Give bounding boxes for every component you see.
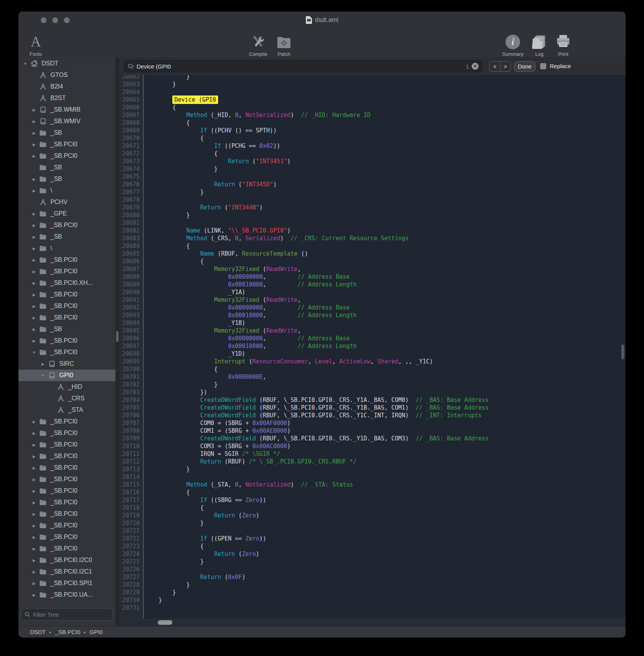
disclosure-triangle-icon[interactable]: ▼ bbox=[22, 62, 29, 66]
breadcrumb-item-dsdt[interactable]: DSDT bbox=[30, 629, 46, 635]
tree-item[interactable]: ▶_SB.PCI0 bbox=[18, 520, 115, 531]
log-button[interactable]: Log bbox=[529, 34, 549, 57]
tree-item[interactable]: ▶\ bbox=[18, 243, 115, 254]
disclosure-triangle-icon[interactable]: ▼ bbox=[39, 373, 47, 378]
tree-item[interactable]: ▶_SB.PCI0 bbox=[18, 416, 115, 427]
find-next-button[interactable]: > bbox=[501, 62, 511, 71]
tree-item[interactable]: ▶_SB.PCI0.SPI1 bbox=[18, 577, 115, 589]
disclosure-triangle-icon[interactable]: ▶ bbox=[30, 189, 38, 193]
tree-item[interactable]: ▶_SB.PCI0 bbox=[18, 335, 115, 346]
tree-item[interactable]: B2I4 bbox=[18, 81, 115, 92]
tree-item[interactable]: ▶_SB.PCI0.I2C1 bbox=[18, 566, 115, 577]
tree-item[interactable]: ▶_SB.PCI0 bbox=[18, 300, 115, 312]
find-input[interactable] bbox=[137, 63, 482, 70]
tree-item[interactable]: ▶_SB.WMIV bbox=[18, 115, 115, 127]
tree-item[interactable]: _HID bbox=[18, 381, 115, 393]
compile-button[interactable]: Compile bbox=[245, 34, 272, 57]
disclosure-triangle-icon[interactable]: ▶ bbox=[30, 327, 38, 331]
disclosure-triangle-icon[interactable]: ▼ bbox=[30, 350, 38, 355]
disclosure-triangle-icon[interactable]: ▶ bbox=[30, 131, 38, 135]
disclosure-triangle-icon[interactable]: ▶ bbox=[30, 500, 38, 505]
disclosure-triangle-icon[interactable]: ▶ bbox=[30, 119, 38, 124]
disclosure-triangle-icon[interactable]: ▶ bbox=[30, 142, 38, 147]
disclosure-triangle-icon[interactable]: ▶ bbox=[30, 304, 38, 308]
tree-item[interactable]: ▶_SB.PCI0 bbox=[18, 139, 115, 150]
fonts-button[interactable]: A Fonts bbox=[23, 34, 48, 57]
breadcrumb-item-device[interactable]: GPI0 bbox=[90, 629, 103, 635]
tree-item[interactable]: ▼GPI0 bbox=[18, 370, 115, 381]
find-field[interactable]: 1 ✕ bbox=[124, 60, 482, 72]
disclosure-triangle-icon[interactable]: ▶ bbox=[30, 535, 38, 539]
disclosure-triangle-icon[interactable]: ▶ bbox=[30, 154, 38, 158]
disclosure-triangle-icon[interactable]: ▶ bbox=[30, 281, 38, 285]
disclosure-triangle-icon[interactable]: ▶ bbox=[30, 581, 38, 586]
tree-item[interactable]: _SB bbox=[18, 162, 115, 173]
tree-item[interactable]: ▶_SB.PCI0 bbox=[18, 450, 115, 462]
clear-search-icon[interactable]: ✕ bbox=[472, 63, 479, 70]
horizontal-scrollbar-thumb[interactable] bbox=[158, 620, 172, 625]
tree-item[interactable]: ▶_SB.PCI0 bbox=[18, 254, 115, 266]
tree-item[interactable]: ▶_SB.PCI0.XH... bbox=[18, 277, 115, 289]
tree-item[interactable]: ▶_SB.PCI0.I2C0 bbox=[18, 554, 115, 566]
replace-checkbox[interactable] bbox=[540, 63, 546, 69]
find-previous-button[interactable]: < bbox=[490, 62, 501, 71]
tree-item[interactable]: ▶_SB.PCI0.UA... bbox=[18, 589, 115, 601]
tree-item[interactable]: ▶_SB.PCI0 bbox=[18, 427, 115, 439]
disclosure-triangle-icon[interactable]: ▶ bbox=[30, 524, 38, 528]
tree-item[interactable]: ▶\ bbox=[18, 185, 115, 196]
tree-item[interactable]: ▶_SB.PCI0 bbox=[18, 474, 115, 485]
disclosure-triangle-icon[interactable]: ▶ bbox=[30, 269, 38, 274]
tree-item[interactable]: ▶_SB.PCI0 bbox=[18, 266, 115, 277]
disclosure-triangle-icon[interactable]: ▶ bbox=[30, 316, 38, 320]
filter-tree-input[interactable] bbox=[32, 611, 113, 618]
tree-item[interactable]: ▶_SB.PCI0 bbox=[18, 508, 115, 520]
tree-item[interactable]: GTOS bbox=[18, 69, 115, 81]
pane-divider[interactable] bbox=[115, 57, 119, 626]
patch-button[interactable]: Patch bbox=[272, 34, 295, 57]
tree-item[interactable]: ▶_SB.PCI0 bbox=[18, 462, 115, 474]
print-button[interactable]: Print bbox=[552, 34, 574, 57]
disclosure-triangle-icon[interactable]: ▶ bbox=[30, 489, 38, 493]
disclosure-triangle-icon[interactable]: ▶ bbox=[30, 339, 38, 343]
tree-item[interactable]: ▶_SB.PCI0 bbox=[18, 312, 115, 323]
summary-button[interactable]: i Summary bbox=[499, 34, 527, 57]
disclosure-triangle-icon[interactable]: ▶ bbox=[30, 443, 38, 447]
tree-item[interactable]: ▶_SB.PCI0 bbox=[18, 485, 115, 497]
disclosure-triangle-icon[interactable]: ▶ bbox=[30, 258, 38, 262]
disclosure-triangle-icon[interactable]: ▶ bbox=[30, 212, 38, 216]
disclosure-triangle-icon[interactable]: ▶ bbox=[30, 108, 38, 112]
breadcrumb-item-scope[interactable]: _SB.PCI0 bbox=[55, 629, 80, 635]
tree-item[interactable]: ▼DSDT bbox=[18, 58, 115, 69]
disclosure-triangle-icon[interactable]: ▶ bbox=[30, 547, 38, 551]
tree-item[interactable]: B2ST bbox=[18, 92, 115, 104]
disclosure-triangle-icon[interactable]: ▶ bbox=[30, 235, 38, 239]
done-button[interactable]: Done bbox=[514, 61, 536, 72]
tree-item[interactable]: ▶_SB.PCI0 bbox=[18, 531, 115, 543]
tree-item[interactable]: ▶_SB bbox=[18, 231, 115, 243]
tree-item[interactable]: _CRS bbox=[18, 393, 115, 404]
tree-item[interactable]: PCHV bbox=[18, 196, 115, 208]
disclosure-triangle-icon[interactable]: ▶ bbox=[30, 454, 38, 459]
tree-item[interactable]: _STA bbox=[18, 404, 115, 416]
tree-item[interactable]: ▶_SB bbox=[18, 173, 115, 185]
disclosure-triangle-icon[interactable]: ▶ bbox=[30, 246, 38, 251]
disclosure-triangle-icon[interactable]: ▶ bbox=[30, 593, 38, 597]
disclosure-triangle-icon[interactable]: ▶ bbox=[39, 362, 47, 366]
tree-item[interactable]: ▶_SB.PCI0 bbox=[18, 219, 115, 231]
tree-item[interactable]: ▶_SB.PCI0 bbox=[18, 497, 115, 508]
disclosure-triangle-icon[interactable]: ▶ bbox=[30, 466, 38, 470]
vertical-scrollbar-thumb[interactable] bbox=[621, 345, 624, 359]
disclosure-triangle-icon[interactable]: ▶ bbox=[30, 293, 38, 297]
tree-item[interactable]: ▶SIRC bbox=[18, 358, 115, 370]
disclosure-triangle-icon[interactable]: ▶ bbox=[30, 177, 38, 181]
filter-tree-field[interactable] bbox=[21, 608, 113, 621]
disclosure-triangle-icon[interactable]: ▶ bbox=[30, 223, 38, 228]
tree-item[interactable]: ▶_GPE bbox=[18, 208, 115, 219]
tree-item[interactable]: ▶_SB bbox=[18, 323, 115, 335]
tree-item[interactable]: ▶_SB.PCI0 bbox=[18, 439, 115, 450]
disclosure-triangle-icon[interactable]: ▶ bbox=[30, 558, 38, 562]
code-editor[interactable]: 2066220663206642066520666206672066820669… bbox=[119, 75, 626, 626]
disclosure-triangle-icon[interactable]: ▶ bbox=[30, 420, 38, 424]
tree-item[interactable]: ▶_SB.PCI0 bbox=[18, 289, 115, 300]
disclosure-triangle-icon[interactable]: ▶ bbox=[30, 570, 38, 574]
